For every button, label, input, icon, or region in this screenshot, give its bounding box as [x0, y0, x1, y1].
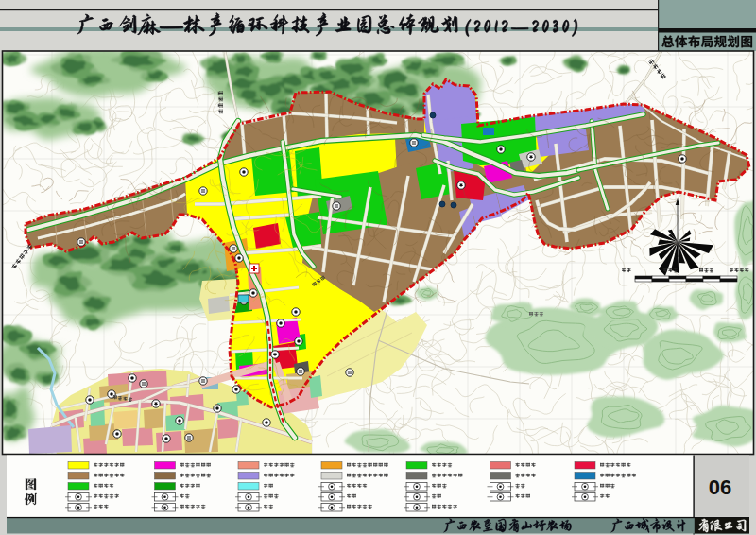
svg-text:06: 06	[709, 475, 731, 499]
